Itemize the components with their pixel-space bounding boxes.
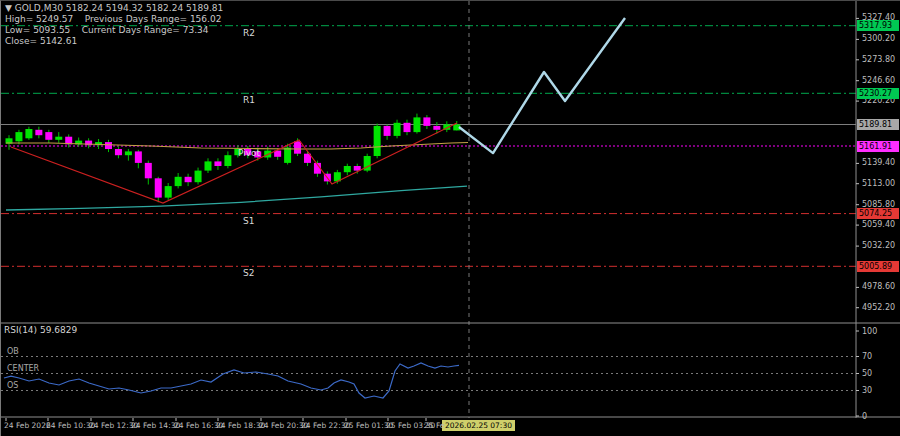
candle-body <box>25 129 32 138</box>
chart-canvas[interactable] <box>1 1 900 436</box>
candle-body <box>135 151 142 163</box>
candle-body <box>234 149 241 155</box>
time-axis[interactable] <box>1 418 900 436</box>
candle-body <box>214 161 221 166</box>
candle-body <box>105 142 112 149</box>
candle-body <box>394 123 401 136</box>
slow-ma-line <box>6 186 467 210</box>
candle-body <box>254 151 261 157</box>
chart-window[interactable]: ▼ GOLD,M30 5182.24 5194.32 5182.24 5189.… <box>0 0 900 436</box>
candle-body <box>205 161 212 170</box>
candle-body <box>244 149 251 155</box>
candle-body <box>413 117 420 132</box>
candle-body <box>423 117 430 126</box>
candle-body <box>125 151 132 155</box>
candle-body <box>155 178 162 197</box>
candle-body <box>404 123 411 132</box>
candle-body <box>115 149 122 155</box>
candle-body <box>344 166 351 172</box>
candle-body <box>294 141 301 153</box>
candle-body <box>433 126 440 130</box>
candle-body <box>145 163 152 178</box>
candle-body <box>224 155 231 166</box>
candle-body <box>374 126 381 156</box>
candle-body <box>175 177 182 186</box>
price-axis[interactable] <box>857 1 900 418</box>
candle-body <box>55 137 62 140</box>
candle-body <box>384 126 391 136</box>
candle-body <box>185 177 192 182</box>
candle-body <box>35 130 42 135</box>
candle-body <box>165 186 172 198</box>
candle-body <box>284 148 291 163</box>
candle-body <box>195 171 202 183</box>
rsi-line <box>4 363 459 398</box>
candle-body <box>15 132 22 141</box>
forecast-projection-line <box>459 18 625 153</box>
candle-body <box>45 132 52 140</box>
